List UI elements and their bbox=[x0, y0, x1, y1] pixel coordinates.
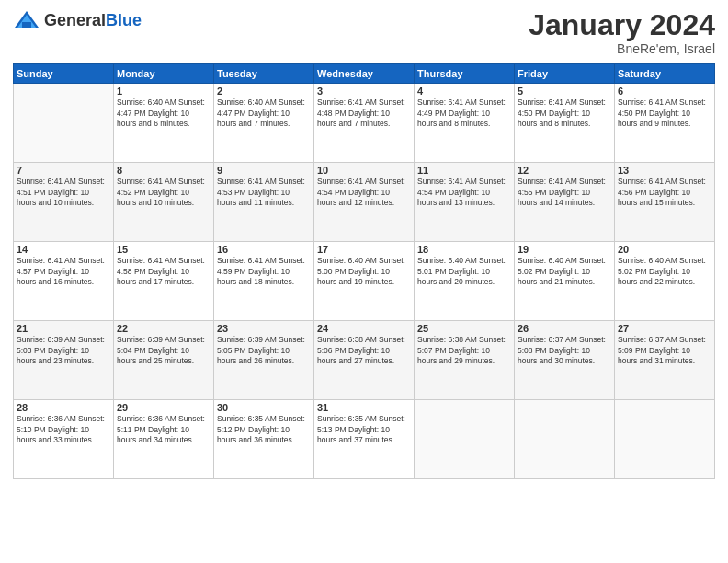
day-number: 26 bbox=[518, 323, 611, 334]
day-number: 1 bbox=[117, 86, 210, 97]
day-info: Sunrise: 6:37 AM Sunset: 5:08 PM Dayligh… bbox=[518, 335, 611, 366]
day-number: 29 bbox=[117, 402, 210, 413]
day-info: Sunrise: 6:37 AM Sunset: 5:09 PM Dayligh… bbox=[618, 335, 711, 366]
day-info: Sunrise: 6:39 AM Sunset: 5:03 PM Dayligh… bbox=[17, 335, 110, 366]
day-info: Sunrise: 6:40 AM Sunset: 5:00 PM Dayligh… bbox=[317, 256, 411, 287]
header-thursday: Thursday bbox=[415, 64, 515, 84]
day-number: 3 bbox=[317, 86, 411, 97]
table-row: 18Sunrise: 6:40 AM Sunset: 5:01 PM Dayli… bbox=[415, 242, 515, 321]
day-info: Sunrise: 6:41 AM Sunset: 4:49 PM Dayligh… bbox=[417, 98, 511, 129]
day-info: Sunrise: 6:41 AM Sunset: 4:52 PM Dayligh… bbox=[117, 177, 210, 208]
table-row: 2Sunrise: 6:40 AM Sunset: 4:47 PM Daylig… bbox=[214, 84, 314, 163]
day-number: 18 bbox=[417, 244, 511, 255]
table-row bbox=[14, 84, 114, 163]
table-row: 29Sunrise: 6:36 AM Sunset: 5:11 PM Dayli… bbox=[114, 400, 214, 479]
day-number: 28 bbox=[17, 402, 110, 413]
calendar-table: Sunday Monday Tuesday Wednesday Thursday… bbox=[13, 63, 715, 479]
logo-general: General bbox=[44, 11, 106, 29]
day-info: Sunrise: 6:40 AM Sunset: 4:47 PM Dayligh… bbox=[217, 98, 311, 129]
table-row: 28Sunrise: 6:36 AM Sunset: 5:10 PM Dayli… bbox=[14, 400, 114, 479]
day-number: 22 bbox=[117, 323, 210, 334]
day-info: Sunrise: 6:39 AM Sunset: 5:05 PM Dayligh… bbox=[217, 335, 311, 366]
day-info: Sunrise: 6:35 AM Sunset: 5:13 PM Dayligh… bbox=[317, 414, 411, 445]
header-sunday: Sunday bbox=[14, 64, 114, 84]
day-number: 20 bbox=[618, 244, 711, 255]
day-number: 5 bbox=[518, 86, 611, 97]
table-row: 8Sunrise: 6:41 AM Sunset: 4:52 PM Daylig… bbox=[114, 163, 214, 242]
table-row: 30Sunrise: 6:35 AM Sunset: 5:12 PM Dayli… bbox=[214, 400, 314, 479]
day-info: Sunrise: 6:38 AM Sunset: 5:07 PM Dayligh… bbox=[417, 335, 511, 366]
day-info: Sunrise: 6:41 AM Sunset: 4:58 PM Dayligh… bbox=[117, 256, 210, 287]
header-monday: Monday bbox=[114, 64, 214, 84]
table-row: 24Sunrise: 6:38 AM Sunset: 5:06 PM Dayli… bbox=[314, 321, 415, 400]
svg-rect-2 bbox=[22, 22, 31, 28]
day-number: 9 bbox=[217, 165, 311, 176]
month-title: January 2024 bbox=[529, 9, 715, 41]
day-info: Sunrise: 6:38 AM Sunset: 5:06 PM Dayligh… bbox=[317, 335, 411, 366]
day-number: 13 bbox=[618, 165, 711, 176]
table-row: 20Sunrise: 6:40 AM Sunset: 5:02 PM Dayli… bbox=[615, 242, 715, 321]
calendar-header: Sunday Monday Tuesday Wednesday Thursday… bbox=[14, 64, 715, 84]
table-row: 15Sunrise: 6:41 AM Sunset: 4:58 PM Dayli… bbox=[114, 242, 214, 321]
table-row: 14Sunrise: 6:41 AM Sunset: 4:57 PM Dayli… bbox=[14, 242, 114, 321]
day-number: 10 bbox=[317, 165, 411, 176]
day-info: Sunrise: 6:41 AM Sunset: 4:48 PM Dayligh… bbox=[317, 98, 411, 129]
logo-icon bbox=[13, 9, 40, 31]
day-number: 12 bbox=[518, 165, 611, 176]
day-info: Sunrise: 6:36 AM Sunset: 5:10 PM Dayligh… bbox=[17, 414, 110, 445]
day-number: 14 bbox=[17, 244, 110, 255]
day-info: Sunrise: 6:36 AM Sunset: 5:11 PM Dayligh… bbox=[117, 414, 210, 445]
table-row: 1Sunrise: 6:40 AM Sunset: 4:47 PM Daylig… bbox=[114, 84, 214, 163]
header-saturday: Saturday bbox=[615, 64, 715, 84]
day-number: 8 bbox=[117, 165, 210, 176]
table-row: 16Sunrise: 6:41 AM Sunset: 4:59 PM Dayli… bbox=[214, 242, 314, 321]
day-number: 6 bbox=[618, 86, 711, 97]
table-row: 19Sunrise: 6:40 AM Sunset: 5:02 PM Dayli… bbox=[515, 242, 615, 321]
header-friday: Friday bbox=[515, 64, 615, 84]
day-number: 25 bbox=[417, 323, 511, 334]
day-number: 17 bbox=[317, 244, 411, 255]
day-number: 30 bbox=[217, 402, 311, 413]
day-number: 16 bbox=[217, 244, 311, 255]
logo: GeneralBlue bbox=[13, 9, 142, 31]
header: GeneralBlue January 2024 BneRe'em, Israe… bbox=[13, 9, 715, 56]
day-number: 4 bbox=[417, 86, 511, 97]
table-row: 25Sunrise: 6:38 AM Sunset: 5:07 PM Dayli… bbox=[415, 321, 515, 400]
day-number: 27 bbox=[618, 323, 711, 334]
day-number: 7 bbox=[17, 165, 110, 176]
table-row: 6Sunrise: 6:41 AM Sunset: 4:50 PM Daylig… bbox=[615, 84, 715, 163]
table-row bbox=[415, 400, 515, 479]
day-info: Sunrise: 6:41 AM Sunset: 4:59 PM Dayligh… bbox=[217, 256, 311, 287]
day-info: Sunrise: 6:41 AM Sunset: 4:57 PM Dayligh… bbox=[17, 256, 110, 287]
table-row: 10Sunrise: 6:41 AM Sunset: 4:54 PM Dayli… bbox=[314, 163, 415, 242]
day-info: Sunrise: 6:41 AM Sunset: 4:54 PM Dayligh… bbox=[317, 177, 411, 208]
title-block: January 2024 BneRe'em, Israel bbox=[529, 9, 715, 56]
table-row: 12Sunrise: 6:41 AM Sunset: 4:55 PM Dayli… bbox=[515, 163, 615, 242]
day-info: Sunrise: 6:41 AM Sunset: 4:53 PM Dayligh… bbox=[217, 177, 311, 208]
day-number: 15 bbox=[117, 244, 210, 255]
table-row: 31Sunrise: 6:35 AM Sunset: 5:13 PM Dayli… bbox=[314, 400, 415, 479]
day-info: Sunrise: 6:40 AM Sunset: 4:47 PM Dayligh… bbox=[117, 98, 210, 129]
day-info: Sunrise: 6:41 AM Sunset: 4:50 PM Dayligh… bbox=[518, 98, 611, 129]
day-info: Sunrise: 6:40 AM Sunset: 5:01 PM Dayligh… bbox=[417, 256, 511, 287]
table-row: 11Sunrise: 6:41 AM Sunset: 4:54 PM Dayli… bbox=[415, 163, 515, 242]
table-row: 22Sunrise: 6:39 AM Sunset: 5:04 PM Dayli… bbox=[114, 321, 214, 400]
logo-blue: Blue bbox=[106, 11, 142, 29]
day-info: Sunrise: 6:39 AM Sunset: 5:04 PM Dayligh… bbox=[117, 335, 210, 366]
table-row: 21Sunrise: 6:39 AM Sunset: 5:03 PM Dayli… bbox=[14, 321, 114, 400]
location: BneRe'em, Israel bbox=[529, 41, 715, 56]
table-row: 27Sunrise: 6:37 AM Sunset: 5:09 PM Dayli… bbox=[615, 321, 715, 400]
table-row: 4Sunrise: 6:41 AM Sunset: 4:49 PM Daylig… bbox=[415, 84, 515, 163]
day-info: Sunrise: 6:41 AM Sunset: 4:51 PM Dayligh… bbox=[17, 177, 110, 208]
table-row: 13Sunrise: 6:41 AM Sunset: 4:56 PM Dayli… bbox=[615, 163, 715, 242]
day-number: 11 bbox=[417, 165, 511, 176]
day-number: 24 bbox=[317, 323, 411, 334]
calendar-body: 1Sunrise: 6:40 AM Sunset: 4:47 PM Daylig… bbox=[14, 84, 715, 479]
day-number: 21 bbox=[17, 323, 110, 334]
table-row: 7Sunrise: 6:41 AM Sunset: 4:51 PM Daylig… bbox=[14, 163, 114, 242]
day-number: 31 bbox=[317, 402, 411, 413]
table-row: 9Sunrise: 6:41 AM Sunset: 4:53 PM Daylig… bbox=[214, 163, 314, 242]
table-row bbox=[515, 400, 615, 479]
day-info: Sunrise: 6:40 AM Sunset: 5:02 PM Dayligh… bbox=[518, 256, 611, 287]
table-row: 3Sunrise: 6:41 AM Sunset: 4:48 PM Daylig… bbox=[314, 84, 415, 163]
